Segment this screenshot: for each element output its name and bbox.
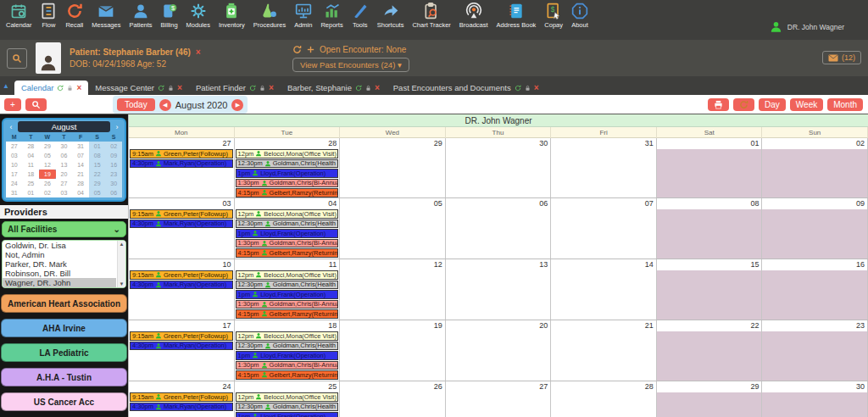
tab-close-icon[interactable]: × <box>375 85 380 92</box>
calendar-day-cell[interactable]: 23 <box>762 320 868 381</box>
mini-calendar-day[interactable]: 31 <box>6 188 23 197</box>
tab-close-icon[interactable]: × <box>177 85 182 92</box>
mini-calendar-day[interactable]: 15 <box>89 160 106 170</box>
mini-calendar-day[interactable]: 29 <box>39 142 56 151</box>
mini-cal-prev-icon[interactable]: ‹ <box>6 123 16 131</box>
add-encounter-icon[interactable] <box>306 45 315 54</box>
scroll-up-icon[interactable]: ▲ <box>120 242 125 247</box>
mini-calendar-day[interactable]: 04 <box>72 188 89 197</box>
calendar-day-cell[interactable]: 109:15amGreen,Peter(Followup)4:30pmMark,… <box>129 259 235 320</box>
calendar-day-cell[interactable]: 30 <box>446 138 552 197</box>
scroll-down-icon[interactable]: ▼ <box>120 281 125 286</box>
mini-calendar-day[interactable]: 02 <box>105 142 122 151</box>
calendar-day-cell[interactable]: 20 <box>446 320 552 381</box>
mini-calendar-day[interactable]: 19 <box>39 170 56 179</box>
calendar-event[interactable]: 12:30pmGoldman,Chris(Health and Behavior… <box>236 159 339 169</box>
calendar-event[interactable]: 9:15amGreen,Peter(Followup) <box>130 149 233 158</box>
prev-month-button[interactable]: ◀ <box>159 99 171 111</box>
tab-barber-stephanie[interactable]: Barber, Stephanie× <box>281 81 387 95</box>
calendar-event[interactable]: 9:15amGreen,Peter(Followup) <box>130 392 233 402</box>
toolbar-item-about[interactable]: About <box>567 3 593 29</box>
current-user[interactable]: DR. John Wagner <box>770 20 844 33</box>
calendar-event[interactable]: 1:30pmGoldman,Chris(Bi-Annual Check) <box>236 179 339 188</box>
tab-patient-finder[interactable]: Patient Finder× <box>189 81 281 95</box>
calendar-event[interactable]: 4:45pmGeorge,Ryan(Annual Followup) <box>236 259 339 259</box>
mini-calendar-day[interactable]: 25 <box>23 179 40 188</box>
calendar-event[interactable]: 12:30pmGoldman,Chris(Health and Behavior… <box>236 342 339 351</box>
calendar-event[interactable]: 4:30pmMark,Ryan(Operation) <box>130 159 233 169</box>
toolbar-item-shortcuts[interactable]: Shortcuts <box>373 3 409 29</box>
mini-calendar-day[interactable]: 28 <box>23 142 40 151</box>
calendar-day-cell[interactable]: 07 <box>551 198 657 259</box>
facility-button-american-heart-association[interactable]: American Heart Association <box>1 294 127 313</box>
day-view-button[interactable]: Day <box>759 98 786 111</box>
mini-calendar-day[interactable]: 05 <box>39 151 56 160</box>
calendar-day-cell[interactable]: 13 <box>446 259 552 320</box>
calendar-day-cell[interactable]: 05 <box>340 198 446 259</box>
calendar-event[interactable]: 12pmBelocci,Mona(Office Visit) <box>236 392 339 402</box>
toolbar-item-tools[interactable]: Tools <box>348 3 373 29</box>
toolbar-item-recall[interactable]: Recall <box>61 3 87 29</box>
calendar-day-cell[interactable]: 279:15amGreen,Peter(Followup)4:30pmMark,… <box>129 138 235 197</box>
toolbar-item-reports[interactable]: Reports <box>316 3 347 29</box>
calendar-event[interactable]: 4:15pmGelbert,Ramzy(Returning Patient) <box>236 370 339 380</box>
toolbar-item-billing[interactable]: $Billing <box>157 3 182 29</box>
toolbar-item-inventory[interactable]: Inventory <box>214 3 249 29</box>
clear-patient-icon[interactable]: × <box>196 47 201 57</box>
tab-past-encounters-and-documents[interactable]: Past Encounters and Documents× <box>387 81 546 95</box>
toolbar-item-admin[interactable]: Admin <box>290 3 316 29</box>
toolbar-item-broadcast[interactable]: Broadcast <box>455 3 492 29</box>
calendar-day-cell[interactable]: 16 <box>762 259 868 320</box>
patient-search-button[interactable] <box>7 48 27 69</box>
facility-button-a-h-a-tustin[interactable]: A.H.A - Tustin <box>1 368 127 386</box>
mini-calendar-day[interactable]: 08 <box>89 151 106 160</box>
mini-calendar-day[interactable]: 13 <box>56 160 73 170</box>
calendar-event[interactable]: 1:30pmGoldman,Chris(Bi-Annual Check) <box>236 239 339 248</box>
search-appointment-button[interactable] <box>25 98 47 111</box>
calendar-day-cell[interactable]: 2812pmBelocci,Mona(Office Visit)12:30pmG… <box>235 138 341 197</box>
mini-calendar-day[interactable]: 06 <box>105 188 122 197</box>
provider-list-item[interactable]: Parker, DR. Mark <box>3 259 116 269</box>
add-appointment-button[interactable]: + <box>4 98 21 111</box>
provider-list-item[interactable]: Not, Admin <box>3 250 116 259</box>
calendar-event[interactable]: 12pmBelocci,Mona(Office Visit) <box>236 209 339 219</box>
week-view-button[interactable]: Week <box>790 98 823 111</box>
calendar-event[interactable]: 12pmBelocci,Mona(Office Visit) <box>236 149 339 158</box>
calendar-day-cell[interactable]: 1812pmBelocci,Mona(Office Visit)12:30pmG… <box>235 320 341 381</box>
toolbar-item-modules[interactable]: Modules <box>182 3 214 29</box>
calendar-day-cell[interactable]: 19 <box>340 320 446 381</box>
calendar-day-cell[interactable]: 249:15amGreen,Peter(Followup)4:30pmMark,… <box>129 381 235 417</box>
calendar-event[interactable]: 9:15amGreen,Peter(Followup) <box>130 331 233 341</box>
calendar-event[interactable]: 1pmLloyd,Frank(Operation) <box>236 290 339 299</box>
calendar-day-cell[interactable]: 2512pmBelocci,Mona(Office Visit)12:30pmG… <box>235 381 341 417</box>
calendar-day-cell[interactable]: 039:15amGreen,Peter(Followup)4:30pmMark,… <box>129 198 235 259</box>
calendar-day-cell[interactable]: 14 <box>551 259 657 320</box>
tab-message-center[interactable]: Message Center× <box>88 81 189 95</box>
calendar-event[interactable]: 1pmLloyd,Frank(Operation) <box>236 351 339 360</box>
toolbar-item-procedures[interactable]: Procedures <box>249 3 290 29</box>
mini-calendar-day[interactable]: 24 <box>6 179 23 188</box>
mini-calendar-day[interactable]: 14 <box>72 160 89 170</box>
mini-calendar-day[interactable]: 07 <box>72 151 89 160</box>
print-button[interactable] <box>708 98 729 111</box>
mini-calendar-day[interactable]: 12 <box>39 160 56 170</box>
calendar-day-cell[interactable]: 29 <box>340 138 446 197</box>
calendar-day-cell[interactable]: 22 <box>657 320 763 381</box>
calendar-day-cell[interactable]: 28 <box>551 381 657 417</box>
mini-calendar-day[interactable]: 10 <box>6 160 23 170</box>
calendar-event[interactable]: 4:30pmMark,Ryan(Operation) <box>130 220 233 229</box>
calendar-day-cell[interactable]: 179:15amGreen,Peter(Followup)4:30pmMark,… <box>129 320 235 381</box>
mini-cal-next-icon[interactable]: › <box>112 123 122 131</box>
mini-calendar-day[interactable]: 26 <box>39 179 56 188</box>
calendar-day-cell[interactable]: 30 <box>762 381 868 417</box>
calendar-event[interactable]: 4:30pmMark,Ryan(Operation) <box>130 403 233 412</box>
calendar-event[interactable]: 4:15pmGelbert,Ramzy(Returning Patient) <box>236 309 339 319</box>
calendar-day-cell[interactable]: 1112pmBelocci,Mona(Office Visit)12:30pmG… <box>235 259 341 320</box>
tab-calendar[interactable]: Calendar× <box>14 81 88 95</box>
toolbar-item-calendar[interactable]: Calendar <box>2 3 36 29</box>
mini-calendar-day[interactable]: 09 <box>105 151 122 160</box>
calendar-event[interactable]: 12:30pmGoldman,Chris(Health and Behavior… <box>236 281 339 290</box>
tab-close-icon[interactable]: × <box>269 85 274 92</box>
calendar-event[interactable]: 4:30pmMark,Ryan(Operation) <box>130 342 233 351</box>
calendar-day-cell[interactable]: 02 <box>762 138 868 197</box>
